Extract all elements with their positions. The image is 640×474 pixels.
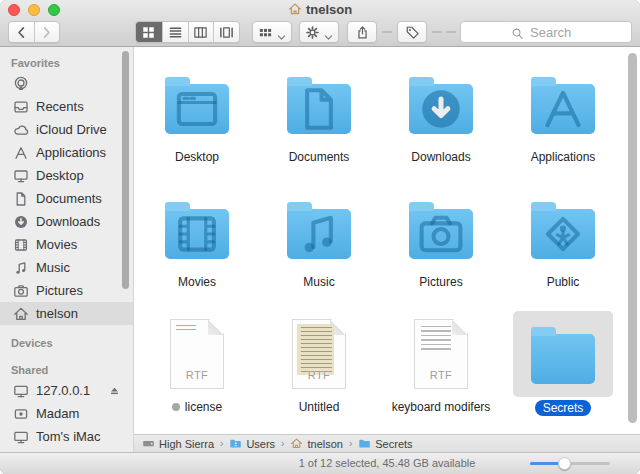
- icon-view-button[interactable]: [136, 22, 162, 42]
- file-item-music[interactable]: Music: [258, 186, 380, 311]
- column-view-button[interactable]: [188, 22, 214, 42]
- sidebar-item-desktop[interactable]: Desktop: [0, 164, 133, 187]
- breadcrumb-separator: ›: [349, 438, 352, 449]
- pictures-icon: [13, 283, 29, 299]
- folder-icon: [531, 209, 595, 259]
- chevron-left-icon: [14, 25, 29, 40]
- selection-highlight: [513, 311, 613, 397]
- sidebar-item-label: Downloads: [36, 214, 100, 229]
- sidebar-item-madam[interactable]: Madam: [0, 402, 133, 425]
- download-glyph-icon: [409, 84, 473, 134]
- sidebar-item-label: Tom's iMac: [36, 429, 101, 444]
- window-title: tnelson: [0, 2, 640, 17]
- sidebar-item-applications[interactable]: Applications: [0, 141, 133, 164]
- sidebar-item-tom-s-imac[interactable]: Tom's iMac: [0, 425, 133, 448]
- search-input[interactable]: [528, 24, 628, 41]
- movies-icon: [13, 237, 29, 253]
- disk-icon: [142, 437, 155, 450]
- eject-icon: [108, 384, 121, 397]
- share-button[interactable]: [347, 21, 377, 43]
- breadcrumb-label: Secrets: [375, 438, 412, 450]
- file-item-public[interactable]: Public: [502, 186, 624, 311]
- sidebar-item-recents[interactable]: Recents: [0, 95, 133, 118]
- file-item-untitled[interactable]: RTFUntitled: [258, 311, 380, 436]
- sidebar-item-music[interactable]: Music: [0, 256, 133, 279]
- file-item-movies[interactable]: Movies: [136, 186, 258, 311]
- share-icon: [355, 25, 370, 40]
- folder-icon: [358, 437, 371, 450]
- window-chrome: tnelson: [0, 0, 640, 47]
- folder-icon: [531, 334, 595, 384]
- rtf-badge: RTF: [171, 369, 223, 381]
- icon-tile: [147, 61, 247, 147]
- sidebar-item-downloads[interactable]: Downloads: [0, 210, 133, 233]
- status-bar: 1 of 12 selected, 45.48 GB available: [0, 452, 640, 474]
- sidebar-item-documents[interactable]: Documents: [0, 187, 133, 210]
- action-menu-button[interactable]: [299, 21, 339, 43]
- file-item-license[interactable]: RTFlicense: [136, 311, 258, 436]
- coverflow-view-button[interactable]: [213, 22, 239, 42]
- breadcrumb-users[interactable]: Users: [229, 437, 275, 450]
- content-scrollbar[interactable]: [628, 53, 637, 423]
- file-label: license: [172, 400, 222, 414]
- sidebar-section-header: Shared: [0, 361, 133, 379]
- finder-window: tnelson: [0, 0, 640, 474]
- home-icon: [13, 306, 29, 322]
- search-field[interactable]: [460, 21, 632, 43]
- recents-icon: [13, 99, 29, 115]
- music-glyph-icon: [287, 209, 351, 259]
- sidebar-item-label: Music: [36, 260, 70, 275]
- icon-tile: RTF: [147, 311, 247, 397]
- chevron-down-icon: [277, 28, 286, 37]
- file-item-downloads[interactable]: Downloads: [380, 61, 502, 186]
- file-item-secrets[interactable]: Secrets: [502, 311, 624, 436]
- document-icon: [13, 191, 29, 207]
- tag-button[interactable]: [397, 21, 427, 43]
- file-label: Pictures: [419, 275, 462, 289]
- sidebar-item-label: iCloud Drive: [36, 122, 107, 137]
- slider-thumb[interactable]: [558, 457, 571, 470]
- forward-button[interactable]: [34, 22, 59, 42]
- list-view-button[interactable]: [162, 22, 188, 42]
- page-preview: [421, 326, 451, 350]
- file-item-keyboard-modifers[interactable]: RTFkeyboard modifers: [380, 311, 502, 436]
- toolbar-separator: [446, 31, 456, 33]
- sidebar-item-label: Pictures: [36, 283, 83, 298]
- back-button[interactable]: [9, 22, 34, 42]
- page-fold: [208, 320, 223, 335]
- apps-glyph-icon: [531, 84, 595, 134]
- sidebar-item-127-0-0-1[interactable]: 127.0.0.1: [0, 379, 133, 402]
- sidebar-scrollbar[interactable]: [122, 51, 129, 289]
- chevron-down-icon: [324, 28, 333, 37]
- sidebar-item-movies[interactable]: Movies: [0, 233, 133, 256]
- file-label: Applications: [531, 150, 596, 164]
- search-icon: [511, 26, 524, 39]
- view-mode-control: [135, 21, 240, 43]
- icon-tile: [269, 186, 369, 272]
- rtf-badge: RTF: [293, 369, 345, 381]
- sidebar-item-pictures[interactable]: Pictures: [0, 279, 133, 302]
- sidebar-item-item[interactable]: [0, 72, 133, 95]
- breadcrumb-tnelson[interactable]: tnelson: [290, 437, 342, 450]
- gray-tag-icon: [172, 403, 180, 411]
- sidebar-item-icloud-drive[interactable]: iCloud Drive: [0, 118, 133, 141]
- file-item-applications[interactable]: Applications: [502, 61, 624, 186]
- rtf-file-icon: RTF: [414, 319, 468, 389]
- icon-size-slider[interactable]: [530, 462, 610, 465]
- apps-icon: [13, 145, 29, 161]
- breadcrumb-secrets[interactable]: Secrets: [358, 437, 412, 450]
- icon-tile: [513, 61, 613, 147]
- file-item-desktop[interactable]: Desktop: [136, 61, 258, 186]
- rtf-badge: RTF: [415, 369, 467, 381]
- arrange-button[interactable]: [252, 21, 292, 43]
- rtf-file-icon: RTF: [292, 319, 346, 389]
- icon-tile: [147, 186, 247, 272]
- file-item-pictures[interactable]: Pictures: [380, 186, 502, 311]
- column-view-icon: [193, 25, 208, 40]
- desktop-icon: [13, 168, 29, 184]
- file-item-documents[interactable]: Documents: [258, 61, 380, 186]
- breadcrumb-high-sierra[interactable]: High Sierra: [142, 437, 214, 450]
- page-preview: [176, 325, 196, 333]
- grid-view-icon: [141, 25, 156, 40]
- sidebar-item-tnelson[interactable]: tnelson: [0, 302, 133, 325]
